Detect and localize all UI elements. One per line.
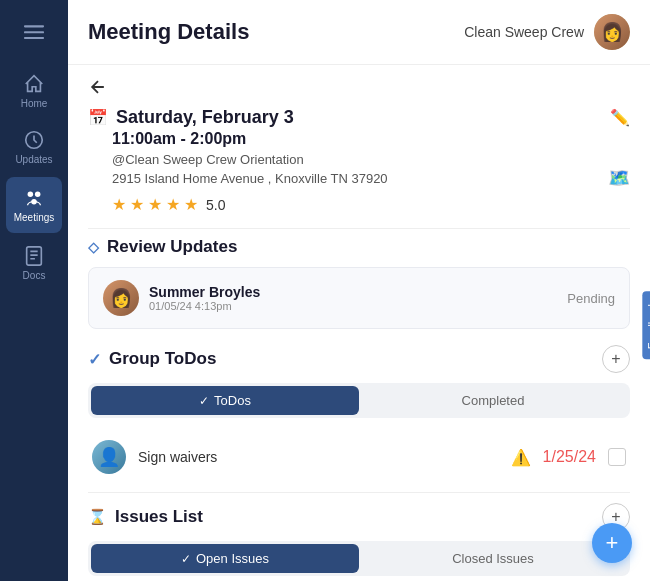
meeting-location: @Clean Sweep Crew Orientation [112, 152, 630, 167]
todo-checkbox[interactable] [608, 448, 626, 466]
user-avatar[interactable]: 👩 [594, 14, 630, 50]
star-3: ★ [148, 195, 162, 214]
issues-section: ⌛ Issues List + ✓ Open Issues Closed Iss… [88, 503, 630, 581]
issues-tabs: ✓ Open Issues Closed Issues [88, 541, 630, 576]
issues-header: ⌛ Issues List + [88, 503, 630, 531]
tab-open-issues[interactable]: ✓ Open Issues [91, 544, 359, 573]
sidebar-item-home[interactable]: Home [0, 63, 68, 119]
header: Meeting Details Clean Sweep Crew 👩 [68, 0, 650, 65]
review-user: 👩 Summer Broyles 01/05/24 4:13pm [103, 280, 260, 316]
calendar-icon: 📅 [88, 108, 108, 127]
content-area: 📅 Saturday, February 3 ✏️ 11:00am - 2:00… [68, 65, 650, 581]
meeting-date: 📅 Saturday, February 3 ✏️ [88, 107, 630, 128]
fab-button[interactable]: + [592, 523, 632, 563]
review-user-info: Summer Broyles 01/05/24 4:13pm [149, 284, 260, 312]
map-icon[interactable]: 🗺️ [608, 167, 630, 189]
rating-row: ★ ★ ★ ★ ★ 5.0 [112, 195, 630, 214]
todo-text: Sign waivers [138, 449, 499, 465]
tab-check-icon: ✓ [199, 394, 209, 408]
edit-icon[interactable]: ✏️ [610, 108, 630, 127]
tab-open-check-icon: ✓ [181, 552, 191, 566]
svg-rect-0 [24, 25, 44, 27]
star-1: ★ [112, 195, 126, 214]
todo-item: 👤 Sign waivers ⚠️ 1/25/24 [88, 432, 630, 482]
review-card: 👩 Summer Broyles 01/05/24 4:13pm Pending [88, 267, 630, 329]
main-content: Meeting Details Clean Sweep Crew 👩 📅 Sat… [68, 0, 650, 581]
rating-value: 5.0 [206, 197, 225, 213]
issues-title: ⌛ Issues List [88, 507, 203, 527]
header-right: Clean Sweep Crew 👩 [464, 14, 630, 50]
todo-alert-icon: ⚠️ [511, 448, 531, 467]
sidebar-docs-label: Docs [23, 270, 46, 281]
star-5: ★ [184, 195, 198, 214]
star-2: ★ [130, 195, 144, 214]
svg-rect-7 [27, 247, 42, 265]
sidebar: Home Updates Meetings Docs [0, 0, 68, 581]
star-4: ★ [166, 195, 180, 214]
crew-name: Clean Sweep Crew [464, 24, 584, 40]
hourglass-icon: ⌛ [88, 508, 107, 526]
sidebar-updates-label: Updates [15, 154, 52, 165]
tab-todos[interactable]: ✓ ToDos [91, 386, 359, 415]
svg-rect-2 [24, 37, 44, 39]
pending-badge: Pending [567, 291, 615, 306]
sidebar-meetings-label: Meetings [14, 212, 55, 223]
page-title: Meeting Details [88, 19, 249, 45]
svg-rect-1 [24, 31, 44, 33]
svg-point-5 [35, 192, 40, 198]
group-todos-header: ✓ Group ToDos + [88, 345, 630, 373]
svg-point-4 [28, 192, 33, 198]
group-todos-title: ✓ Group ToDos [88, 349, 216, 369]
meeting-address: 2915 Island Home Avenue , Knoxville TN 3… [112, 167, 630, 189]
diamond-icon: ◇ [88, 239, 99, 255]
review-user-avatar: 👩 [103, 280, 139, 316]
review-updates-header: ◇ Review Updates [88, 237, 630, 257]
feedback-tab[interactable]: Feedback [642, 291, 650, 359]
back-button[interactable] [88, 77, 108, 97]
todos-tabs: ✓ ToDos Completed [88, 383, 630, 418]
tab-closed-issues[interactable]: Closed Issues [359, 544, 627, 573]
todo-date: 1/25/24 [543, 448, 596, 466]
add-todo-button[interactable]: + [602, 345, 630, 373]
check-icon: ✓ [88, 350, 101, 369]
sidebar-item-meetings[interactable]: Meetings [6, 177, 62, 233]
tab-completed[interactable]: Completed [359, 386, 627, 415]
review-updates-title: ◇ Review Updates [88, 237, 237, 257]
review-user-name: Summer Broyles [149, 284, 260, 300]
review-user-date: 01/05/24 4:13pm [149, 300, 260, 312]
meeting-time: 11:00am - 2:00pm [112, 130, 630, 148]
sidebar-item-docs[interactable]: Docs [0, 235, 68, 291]
todo-user-avatar: 👤 [92, 440, 126, 474]
sidebar-item-updates[interactable]: Updates [0, 119, 68, 175]
sidebar-home-label: Home [21, 98, 48, 109]
menu-icon[interactable] [14, 12, 54, 57]
